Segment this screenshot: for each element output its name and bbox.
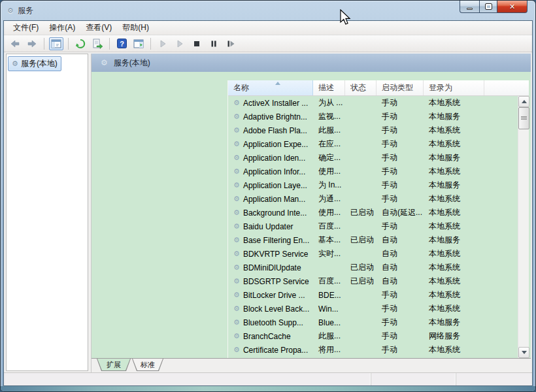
service-row[interactable]: ⚙Base Filtering En...基本...已启动自动本地服务	[228, 233, 518, 247]
service-cell-description: 实时...	[313, 248, 345, 259]
toolbar-separator	[150, 38, 151, 50]
service-row[interactable]: ⚙Block Level Back...Win...手动本地系统	[228, 302, 518, 316]
service-cell-logon-as: 本地系统	[424, 344, 484, 355]
resume-service-icon[interactable]	[173, 37, 187, 50]
service-cell-logon-as: 本地服务	[424, 235, 484, 246]
service-row[interactable]: ⚙Application Infor...使用...手动本地系统	[228, 165, 518, 178]
service-row[interactable]: ⚙BDKVRTP Service实时...自动本地系统	[228, 247, 518, 261]
column-header-description[interactable]: 描述	[313, 80, 345, 95]
scroll-up-icon	[522, 100, 527, 103]
show-console-tree-icon[interactable]	[49, 37, 63, 50]
restart-service-icon[interactable]	[224, 37, 238, 50]
service-cell-startup-type: 手动	[377, 331, 424, 342]
tab-extended[interactable]: 扩展	[97, 359, 131, 371]
forward-icon[interactable]	[25, 37, 39, 50]
column-header-startup-type[interactable]: 启动类型	[377, 80, 424, 95]
service-name: Certificate Propa...	[243, 346, 308, 355]
service-name: Background Inte...	[243, 208, 307, 218]
service-cell-name: ⚙BitLocker Drive ...	[228, 291, 313, 300]
service-row[interactable]: ⚙Application Iden...确定...手动本地服务	[228, 151, 518, 165]
column-header-logon-as[interactable]: 登录为	[424, 80, 484, 95]
service-cell-startup-type: 手动	[377, 125, 424, 136]
service-name: BDMiniDlUpdate	[243, 263, 301, 272]
service-cell-description: 百度...	[313, 221, 345, 232]
toolbar-separator	[109, 38, 110, 50]
service-name: Adobe Flash Pla...	[243, 126, 307, 135]
statusbar-segment	[456, 373, 532, 385]
column-header-label: 名称	[233, 82, 249, 93]
service-cell-logon-as: 本地系统	[424, 262, 484, 273]
scroll-down-button[interactable]	[518, 347, 529, 358]
service-gear-icon: ⚙	[233, 154, 240, 161]
svg-text:?: ?	[120, 40, 124, 48]
service-cell-startup-type: 手动	[377, 303, 424, 314]
service-row[interactable]: ⚙Application Man...为通...手动本地系统	[228, 192, 518, 206]
pause-service-icon[interactable]	[207, 37, 221, 50]
scroll-up-button[interactable]	[518, 96, 529, 107]
service-cell-startup-type: 手动	[377, 180, 424, 191]
tab-standard[interactable]: 标准	[132, 359, 163, 371]
service-cell-logon-as: 本地服务	[424, 111, 484, 122]
service-cell-description: 百度...	[313, 276, 345, 287]
column-header-label: 登录为	[429, 82, 452, 93]
service-name: BitLocker Drive ...	[243, 291, 305, 300]
service-gear-icon: ⚙	[233, 264, 240, 271]
service-cell-logon-as: 本地系统	[424, 276, 484, 287]
service-gear-icon: ⚙	[233, 305, 240, 312]
service-row[interactable]: ⚙Application Expe...在应...手动本地系统	[228, 137, 518, 151]
service-row[interactable]: ⚙BitLocker Drive ...BDE...手动本地系统	[228, 288, 518, 302]
help-icon[interactable]: ?	[114, 37, 129, 50]
service-cell-logon-as: 本地系统	[424, 139, 484, 150]
menu-view[interactable]: 查看(V)	[80, 21, 117, 35]
refresh-icon[interactable]	[73, 37, 88, 50]
service-cell-description: Win...	[313, 304, 345, 314]
service-cell-description: 为通...	[313, 193, 345, 204]
menu-action[interactable]: 操作(A)	[44, 21, 80, 35]
service-cell-status: 已启动	[345, 207, 377, 218]
column-header-label: 状态	[350, 82, 366, 93]
service-cell-description: 监视...	[313, 111, 345, 122]
menu-help[interactable]: 帮助(H)	[117, 21, 154, 35]
back-icon[interactable]	[8, 37, 22, 50]
service-cell-startup-type: 手动	[377, 289, 424, 301]
service-gear-icon: ⚙	[233, 113, 240, 120]
service-row[interactable]: ⚙Certificate Propa...将用...手动本地系统	[228, 343, 518, 357]
service-row[interactable]: ⚙BranchCache此服...手动网络服务	[228, 329, 518, 343]
minimize-button[interactable]	[460, 1, 479, 13]
service-row[interactable]: ⚙Application Laye...为 In...手动本地服务	[228, 178, 518, 192]
titlebar[interactable]: ⚙ 服务 ✕	[1, 1, 535, 20]
vertical-scrollbar[interactable]	[518, 96, 529, 358]
service-row[interactable]: ⚙Adobe Flash Pla...此服...手动本地系统	[228, 123, 518, 137]
main-area: ⚙ 服务(本地) ⚙ 服务(本地) 名称	[4, 52, 532, 372]
service-row[interactable]: ⚙Bluetooth Supp...Blue...手动本地服务	[228, 316, 518, 329]
service-row[interactable]: ⚙ActiveX Installer ...为从 ...手动本地系统	[228, 96, 518, 110]
service-row[interactable]: ⚙Background Inte...使用...已启动自动(延迟...本地系统	[228, 206, 518, 220]
service-row[interactable]: ⚙Adaptive Brightn...监视...手动本地服务	[228, 110, 518, 123]
start-service-icon[interactable]	[156, 37, 170, 50]
export-list-icon[interactable]	[90, 37, 105, 50]
scrollbar-thumb[interactable]	[518, 107, 529, 129]
service-cell-logon-as: 本地服务	[424, 152, 484, 163]
menu-file[interactable]: 文件(F)	[8, 21, 44, 35]
service-cell-status: 已启动	[345, 262, 377, 273]
window-content: 文件(F) 操作(A) 查看(V) 帮助(H)	[3, 20, 533, 386]
service-rows: ⚙ActiveX Installer ...为从 ...手动本地系统⚙Adapt…	[228, 96, 518, 358]
show-action-pane-icon[interactable]	[131, 37, 146, 50]
list-header-row: 名称 描述 状态 启动类型 登录为	[228, 80, 529, 96]
maximize-button[interactable]	[479, 1, 497, 13]
service-cell-startup-type: 自动	[377, 276, 424, 287]
stop-service-icon[interactable]	[190, 37, 204, 50]
window-controls: ✕	[460, 1, 528, 13]
statusbar-segment	[4, 373, 371, 385]
service-row[interactable]: ⚙BDMiniDlUpdate已启动自动本地系统	[228, 261, 518, 274]
column-header-name[interactable]: 名称	[228, 80, 313, 95]
column-header-status[interactable]: 状态	[345, 80, 377, 95]
service-cell-startup-type: 手动	[377, 317, 424, 328]
close-button[interactable]: ✕	[497, 1, 528, 13]
service-row[interactable]: ⚙BDSGRTP Service百度...已启动自动本地系统	[228, 274, 518, 288]
service-name: Base Filtering En...	[243, 236, 309, 245]
pane-header-title: 服务(本地)	[114, 57, 150, 69]
service-gear-icon: ⚙	[233, 278, 240, 285]
sidebar-item-services-local[interactable]: ⚙ 服务(本地)	[8, 56, 61, 71]
service-row[interactable]: ⚙Baidu Updater百度...手动本地系统	[228, 220, 518, 233]
